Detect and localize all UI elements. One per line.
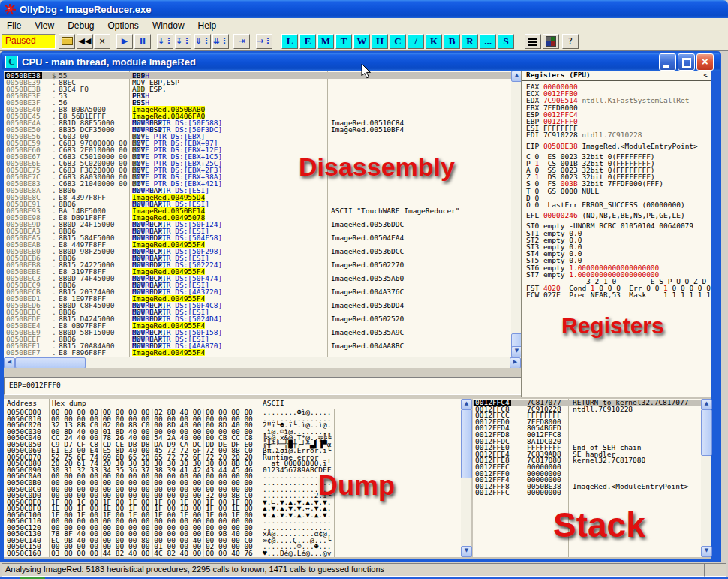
panel-button-H[interactable]: H bbox=[372, 34, 388, 49]
registers-pane[interactable]: Registers (FPU) < EAX 00000000ECX 0012FF… bbox=[522, 71, 711, 397]
ollydbg-icon bbox=[4, 3, 17, 16]
disasm-comment: ImageRed.00535A9C bbox=[331, 329, 404, 336]
register-line[interactable]: T 0 GS 0000 NULL bbox=[526, 188, 711, 195]
panel-button-R[interactable]: R bbox=[462, 34, 478, 49]
register-line[interactable]: FCW 027F Prec NEAR,53 Mask 1 1 1 1 1 1 bbox=[526, 291, 711, 298]
status-bar: Analysing ImageRed: 5183 heuristical pro… bbox=[0, 562, 728, 577]
menu-item-file[interactable]: File bbox=[0, 18, 28, 33]
scroll-up-icon[interactable]: ▲ bbox=[701, 399, 712, 410]
ollydbg-window: { "window": { "title": "OllyDbg - ImageR… bbox=[0, 0, 728, 579]
disasm-row[interactable]: 0050BE38$55PUSH EBP bbox=[4, 72, 511, 79]
stack-row[interactable]: 0012FFFC00000000 bbox=[473, 490, 701, 496]
disasm-comment: ImageRed.00504FA4 bbox=[331, 234, 404, 241]
scroll-left-icon[interactable]: ◀ bbox=[4, 357, 15, 369]
close-program-button[interactable]: × bbox=[94, 34, 110, 49]
register-line[interactable]: EFL 00000246 (NO,NB,E,BE,NS,PE,GE,LE) bbox=[526, 212, 711, 219]
step-into-button[interactable]: ↓⋮ bbox=[157, 34, 173, 49]
annotation-registers: Registers bbox=[561, 313, 664, 339]
panel-button-dots[interactable]: ... bbox=[480, 34, 496, 49]
stack-comment: kernel32.7C817080 bbox=[573, 457, 645, 464]
menu-item-debug[interactable]: Debug bbox=[61, 18, 101, 33]
disasm-comment: ImageRed.004AA8BC bbox=[331, 342, 404, 349]
dump-header-ascii: ASCII bbox=[263, 399, 284, 408]
run-button[interactable]: ▶ bbox=[116, 34, 133, 49]
scroll-down-icon[interactable]: ▼ bbox=[701, 546, 712, 557]
menu-bar: FileViewDebugOptionsWindowHelp bbox=[0, 18, 728, 33]
info-pane[interactable]: EBP=0012FFF0 bbox=[4, 377, 527, 395]
text-run: EIP bbox=[526, 142, 543, 150]
step-over-button[interactable]: ↧⋮ bbox=[175, 34, 191, 49]
panel-button-E[interactable]: E bbox=[299, 34, 316, 49]
window-title: OllyDbg - ImageReducer.exe bbox=[20, 4, 152, 15]
dump-vscrollbar[interactable]: ▲ ▼ bbox=[461, 399, 471, 557]
scroll-thumb[interactable] bbox=[15, 357, 86, 369]
dump-ascii: ♥...Dé@.Lé@...@v bbox=[263, 550, 332, 557]
menu-item-view[interactable]: View bbox=[28, 18, 61, 33]
panel-button-K[interactable]: K bbox=[426, 34, 442, 49]
restore-button[interactable] bbox=[678, 53, 695, 71]
dump-header-address: Address bbox=[7, 399, 37, 408]
disasm-row[interactable]: 0050BE8C.E8 4397F8FFCALL ImageRed.004955… bbox=[4, 194, 511, 201]
text-run: 0050BE38 bbox=[543, 142, 578, 150]
disasm-hscrollbar[interactable]: ◀ ▶ bbox=[4, 357, 521, 368]
text-run: EDI 7C910228 bbox=[526, 131, 578, 139]
restore-icon bbox=[682, 58, 691, 68]
panel-button-slash[interactable]: / bbox=[408, 34, 424, 49]
scroll-thumb[interactable] bbox=[461, 409, 472, 478]
appearance-button[interactable] bbox=[543, 34, 559, 49]
disasm-row[interactable]: 0050BEB0.8B0D 98F25000MOV ECX,DWORD PTR … bbox=[4, 248, 511, 255]
disasm-comment: ImageRed.00536DDC bbox=[331, 221, 404, 228]
disasm-comment: ASCII "TouchWARE ImageReducer" bbox=[331, 207, 460, 214]
panel-button-M[interactable]: M bbox=[317, 34, 334, 49]
status-message: Analysing ImageRed: 5183 heuristical pro… bbox=[2, 563, 705, 577]
pane-splitter[interactable] bbox=[4, 368, 521, 377]
column-separator bbox=[260, 399, 260, 409]
menu-item-help[interactable]: Help bbox=[191, 18, 224, 33]
restart-button[interactable]: ◀◀ bbox=[77, 34, 93, 49]
panel-button-S[interactable]: S bbox=[498, 34, 514, 49]
disasm-row[interactable]: 0050BE3E.53PUSH EBX bbox=[4, 92, 511, 99]
register-line[interactable]: O 0 LastErr ERROR_SUCCESS (00000000) bbox=[526, 201, 711, 208]
scroll-right-icon[interactable]: ▶ bbox=[510, 357, 521, 369]
open-file-button[interactable] bbox=[59, 34, 75, 49]
help-button[interactable]: ? bbox=[562, 34, 579, 49]
disasm-row[interactable]: 0050BEF7.E8 F896F8FFCALL ImageRed.004955… bbox=[4, 349, 511, 356]
animate-over-button[interactable]: ⇊⋮ bbox=[212, 34, 229, 49]
register-line[interactable]: EDI 7C910228 ntdll.7C910228 bbox=[526, 131, 711, 138]
stack-value: 00000000 bbox=[527, 490, 561, 496]
cpu-window-controls: × bbox=[659, 53, 714, 71]
panel-button-C[interactable]: C bbox=[390, 34, 406, 49]
disasm-vscrollbar[interactable]: ▲ ▼ bbox=[511, 71, 521, 357]
execute-till-return-button[interactable]: ⇥ bbox=[233, 34, 250, 49]
disasm-row[interactable]: 0050BE9D.8B0D 24F15000MOV ECX,DWORD PTR … bbox=[4, 221, 511, 228]
panel-button-B[interactable]: B bbox=[444, 34, 460, 49]
animate-into-button[interactable]: ⇓⋮ bbox=[194, 34, 211, 49]
toolbar-buttons: ◀◀×▶II↓⋮↧⋮⇓⋮⇊⋮⇥→⋮LEMTWHC/KBR...S? bbox=[56, 34, 579, 49]
pause-button[interactable]: II bbox=[134, 34, 151, 49]
appearance-icon bbox=[546, 36, 556, 47]
scroll-thumb[interactable] bbox=[701, 409, 712, 456]
disassembly-pane[interactable]: 0050BE38$55PUSH EBP0050BE39.8BECMOV EBP,… bbox=[4, 71, 511, 357]
dump-row[interactable]: 0050C16003 00 00 00 44 82 40 00 4C 82 40… bbox=[4, 550, 461, 557]
collapse-button[interactable]: < bbox=[703, 71, 708, 80]
scroll-up-icon[interactable]: ▲ bbox=[461, 399, 472, 410]
disasm-row[interactable]: 0050BE3B.83C4 F0ADD ESP,-10 bbox=[4, 86, 511, 92]
main-title-bar[interactable]: OllyDbg - ImageReducer.exe bbox=[0, 0, 728, 18]
panel-button-T[interactable]: T bbox=[335, 34, 352, 49]
disasm-address: 0050BEF7 bbox=[6, 349, 41, 356]
disasm-row[interactable]: 0050BEC3.8B0D 74F45000MOV ECX,DWORD PTR … bbox=[4, 275, 511, 282]
minimize-button[interactable] bbox=[659, 53, 676, 71]
panel-button-W[interactable]: W bbox=[353, 34, 370, 49]
view-log-button[interactable] bbox=[525, 34, 541, 49]
menu-item-options[interactable]: Options bbox=[101, 18, 146, 33]
disasm-row[interactable]: 0050BED6.8B0D C8F45000MOV ECX,DWORD PTR … bbox=[4, 302, 511, 309]
close-button[interactable]: × bbox=[696, 53, 714, 71]
stack-vscrollbar[interactable]: ▲ ▼ bbox=[701, 399, 711, 557]
panel-button-L[interactable]: L bbox=[281, 34, 298, 49]
go-to-button[interactable]: →⋮ bbox=[256, 34, 272, 49]
disasm-bytes: E8 F896F8FF bbox=[59, 349, 106, 356]
menu-item-window[interactable]: Window bbox=[146, 18, 191, 33]
scroll-down-icon[interactable]: ▼ bbox=[461, 546, 472, 557]
disasm-row[interactable]: 0050BEE9.8B0D 58F15000MOV ECX,DWORD PTR … bbox=[4, 329, 511, 336]
register-line[interactable]: EIP 0050BE38 ImageRed.<ModuleEntryPoint> bbox=[526, 143, 711, 149]
